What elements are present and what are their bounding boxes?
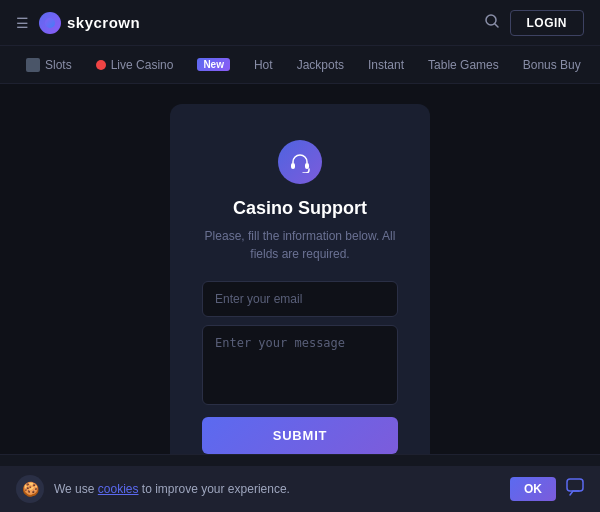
support-card: Casino Support Please, fill the informat… [170, 104, 430, 486]
login-button[interactable]: LOGIN [510, 10, 585, 36]
nav-item-new[interactable]: New [187, 54, 240, 75]
cookie-link[interactable]: cookies [98, 482, 139, 496]
header-right: LOGIN [484, 10, 585, 36]
support-form: SUBMIT [202, 281, 398, 454]
nav-item-slots[interactable]: Slots [16, 54, 82, 76]
header: ☰ skycrown LOGIN [0, 0, 600, 46]
cookie-text: We use cookies to improve your experienc… [54, 482, 500, 496]
submit-button[interactable]: SUBMIT [202, 417, 398, 454]
message-textarea[interactable] [202, 325, 398, 405]
email-input[interactable] [202, 281, 398, 317]
logo[interactable]: skycrown [39, 12, 140, 34]
nav-item-bonus-buy[interactable]: Bonus Buy [513, 54, 591, 76]
support-title: Casino Support [233, 198, 367, 219]
nav-item-hot[interactable]: Hot [244, 54, 283, 76]
nav-item-table-games[interactable]: Table Games [418, 54, 509, 76]
nav-label-bonus-buy: Bonus Buy [523, 58, 581, 72]
main-content: Casino Support Please, fill the informat… [0, 84, 600, 506]
navigation: Slots Live Casino New Hot Jackpots Insta… [0, 46, 600, 84]
new-badge: New [197, 58, 230, 71]
nav-item-instant[interactable]: Instant [358, 54, 414, 76]
nav-label-live-casino: Live Casino [111, 58, 174, 72]
header-left: ☰ skycrown [16, 12, 140, 34]
support-subtitle: Please, fill the information below. All … [202, 227, 398, 263]
nav-label-slots: Slots [45, 58, 72, 72]
cookie-suffix: to improve your experience. [139, 482, 290, 496]
logo-text: skycrown [67, 14, 140, 31]
nav-item-live-casino[interactable]: Live Casino [86, 54, 184, 76]
svg-rect-3 [291, 163, 295, 169]
cookie-banner: 🍪 We use cookies to improve your experie… [0, 466, 600, 512]
slots-icon [26, 58, 40, 72]
headset-icon [278, 140, 322, 184]
nav-label-hot: Hot [254, 58, 273, 72]
chat-icon[interactable] [566, 478, 584, 501]
logo-icon [39, 12, 61, 34]
nav-item-jackpots[interactable]: Jackpots [287, 54, 354, 76]
svg-line-2 [495, 24, 498, 27]
hamburger-icon[interactable]: ☰ [16, 15, 29, 31]
nav-label-table-games: Table Games [428, 58, 499, 72]
svg-rect-6 [567, 479, 583, 491]
search-icon[interactable] [484, 13, 500, 33]
svg-point-0 [45, 18, 55, 28]
svg-rect-4 [305, 163, 309, 169]
nav-item-drops-wins[interactable]: Drops & Wins [595, 54, 600, 76]
cookie-prefix: We use [54, 482, 98, 496]
live-icon [96, 60, 106, 70]
cookie-ok-button[interactable]: OK [510, 477, 556, 501]
nav-label-instant: Instant [368, 58, 404, 72]
nav-label-jackpots: Jackpots [297, 58, 344, 72]
cookie-icon: 🍪 [16, 475, 44, 503]
